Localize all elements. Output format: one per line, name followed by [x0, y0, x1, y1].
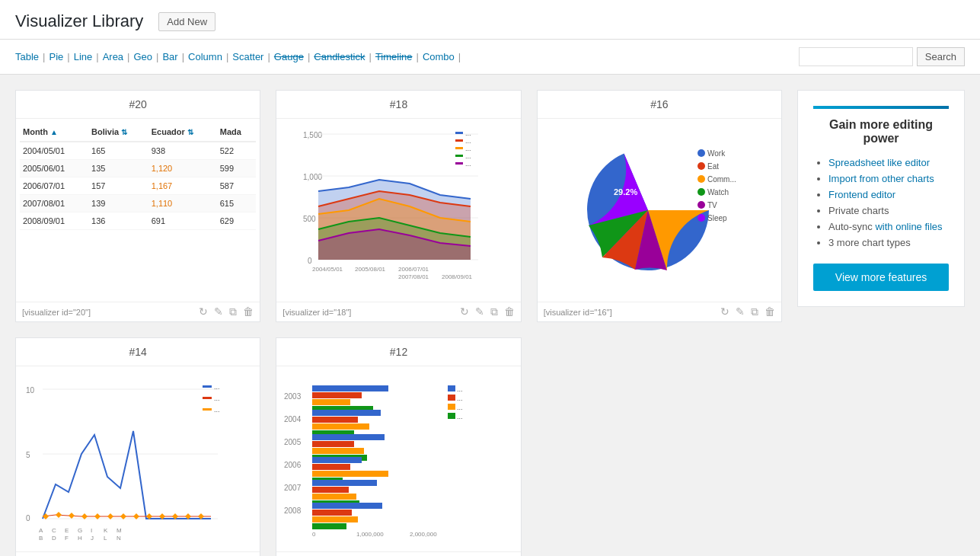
svg-rect-79 [203, 408, 212, 411]
svg-text:L: L [104, 535, 107, 542]
nav-link-geo[interactable]: Geo [133, 51, 152, 62]
nav-sep-5: | [156, 51, 158, 62]
nav-link-pie[interactable]: Pie [49, 51, 63, 62]
svg-rect-101 [312, 471, 388, 477]
nav-link-line[interactable]: Line [74, 51, 93, 62]
edit-icon-18[interactable]: ✎ [475, 305, 484, 318]
col-ecuador[interactable]: Ecuador ⇅ [148, 123, 217, 142]
chart-16-footer: [visualizer id="16"] ↻ ✎ ⧉ 🗑 [538, 302, 781, 321]
nav-link-combo[interactable]: Combo [423, 51, 455, 62]
chart-20: #20 Month ▲ Bolivia ⇅ Ecuador ⇅ Mada 200… [15, 90, 260, 322]
cell-mada-4: 615 [217, 195, 257, 212]
feature-link-3[interactable]: Frontend editor [828, 189, 895, 200]
edit-icon-16[interactable]: ✎ [736, 305, 745, 318]
chart-18-svg: 1,500 1,000 500 0 [280, 123, 493, 290]
svg-text:K: K [104, 527, 108, 534]
nav-link-table[interactable]: Table [15, 51, 39, 62]
chart-12-footer: [visualizer id="12"] ↻ ✎ ⧉ 🗑 [276, 551, 520, 556]
nav-sep-8: | [267, 51, 270, 62]
nav-link-gauge[interactable]: Gauge [274, 51, 304, 62]
table-row: 2004/05/01 165 938 522 [20, 142, 256, 160]
table-row: 2007/08/01 139 1,110 615 [20, 195, 256, 212]
nav-bar: Table | Pie | Line | Area | Geo | Bar | … [0, 40, 980, 75]
feature-link-1[interactable]: Spreadsheet like editor [828, 157, 930, 168]
delete-icon[interactable]: 🗑 [243, 305, 254, 318]
svg-rect-105 [312, 494, 356, 500]
search-input[interactable] [799, 47, 913, 66]
svg-rect-99 [312, 457, 362, 463]
svg-rect-108 [312, 510, 352, 516]
chart-16-title: #16 [538, 91, 781, 119]
feature-link-5[interactable]: with online files [875, 221, 942, 232]
chart-18-body: 1,500 1,000 500 0 [276, 119, 520, 302]
svg-text:1,000: 1,000 [303, 173, 322, 181]
sort-arrow-bolivia: ⇅ [121, 128, 127, 136]
delete-icon-16[interactable]: 🗑 [765, 305, 775, 318]
clone-icon-16[interactable]: ⧉ [751, 305, 758, 318]
svg-rect-26 [455, 162, 463, 165]
svg-rect-24 [455, 155, 463, 157]
col-month[interactable]: Month ▲ [20, 123, 88, 142]
search-button[interactable]: Search [917, 47, 965, 66]
clone-icon-18[interactable]: ⧉ [490, 305, 498, 318]
sort-arrow-ecuador: ⇅ [187, 128, 193, 136]
add-new-button[interactable]: Add New [158, 12, 215, 31]
cell-ecuador-2: 1,120 [148, 160, 217, 177]
nav-link-candlestick[interactable]: Candlestick [314, 51, 365, 62]
svg-point-32 [697, 162, 705, 170]
feature-link-2[interactable]: Import from other charts [828, 173, 934, 184]
nav-sep-11: | [417, 51, 419, 62]
svg-text:...: ... [457, 404, 463, 411]
clone-icon[interactable]: ⧉ [229, 305, 237, 318]
chart-12-body: 2003 2004 2005 2006 2007 2008 [276, 366, 520, 551]
refresh-icon[interactable]: ↻ [199, 305, 208, 318]
svg-rect-107 [312, 503, 382, 509]
cell-bolivia-4: 139 [88, 195, 148, 212]
svg-text:...: ... [214, 395, 220, 402]
feature-item-4: Private charts [828, 205, 949, 216]
nav-link-timeline[interactable]: Timeline [375, 51, 413, 62]
svg-text:2006/07/01: 2006/07/01 [398, 266, 429, 273]
svg-text:45.8%: 45.8% [656, 195, 679, 204]
charts-grid: #20 Month ▲ Bolivia ⇅ Ecuador ⇅ Mada 200… [15, 90, 782, 556]
cell-mada-2: 599 [217, 160, 257, 177]
svg-text:2003: 2003 [284, 392, 302, 401]
sidebar-panel: Gain more editing power Spreadsheet like… [797, 90, 965, 307]
cell-ecuador-1: 938 [148, 142, 217, 160]
refresh-icon-18[interactable]: ↻ [460, 305, 469, 318]
svg-text:G: G [78, 527, 82, 534]
svg-text:2007: 2007 [284, 484, 302, 492]
edit-icon[interactable]: ✎ [214, 305, 223, 318]
svg-rect-93 [312, 423, 369, 430]
chart-20-icons: ↻ ✎ ⧉ 🗑 [199, 305, 254, 318]
nav-link-bar[interactable]: Bar [162, 51, 177, 62]
delete-icon-18[interactable]: 🗑 [504, 305, 515, 318]
col-mada[interactable]: Mada [217, 123, 257, 142]
svg-text:C: C [52, 527, 56, 534]
cell-month-3: 2006/07/01 [20, 177, 88, 195]
sidebar-features-list: Spreadsheet like editor Import from othe… [813, 157, 949, 248]
col-bolivia[interactable]: Bolivia ⇅ [88, 123, 148, 142]
chart-20-title: #20 [16, 91, 260, 119]
nav-sep-7: | [226, 51, 228, 62]
cell-month-2: 2005/06/01 [20, 160, 88, 177]
svg-text:E: E [65, 527, 69, 534]
svg-text:N: N [117, 535, 121, 542]
svg-text:...: ... [465, 145, 471, 152]
view-more-button[interactable]: View more features [813, 264, 949, 291]
svg-text:2004/05/01: 2004/05/01 [312, 266, 343, 273]
cell-month-5: 2008/09/01 [20, 212, 88, 230]
nav-link-column[interactable]: Column [188, 51, 222, 62]
nav-link-scatter[interactable]: Scatter [232, 51, 263, 62]
cell-mada-3: 587 [217, 177, 257, 195]
feature-text-6: 3 more chart types [828, 237, 911, 248]
nav-link-area[interactable]: Area [103, 51, 123, 62]
chart-20-footer: [visualizer id="20"] ↻ ✎ ⧉ 🗑 [16, 302, 260, 321]
svg-text:Comm...: Comm... [707, 175, 736, 184]
refresh-icon-16[interactable]: ↻ [720, 305, 729, 318]
svg-text:I: I [91, 527, 92, 534]
svg-point-30 [697, 149, 705, 157]
svg-rect-20 [455, 139, 463, 142]
feature-text-5a: Auto-sync [828, 221, 875, 232]
svg-text:F: F [65, 535, 69, 542]
